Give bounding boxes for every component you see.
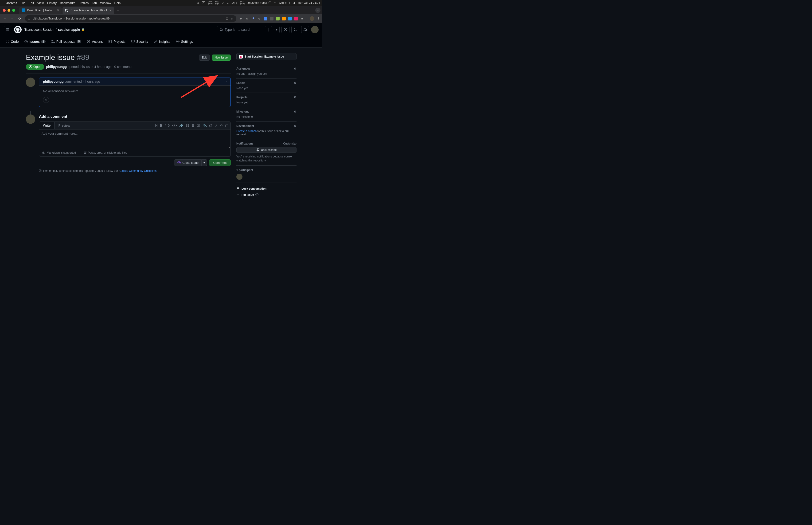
link-icon[interactable]: 🔗 bbox=[179, 124, 183, 127]
repo-link[interactable]: session-apple bbox=[58, 28, 80, 31]
menu-bookmarks[interactable]: Bookmarks bbox=[60, 1, 75, 5]
bookmark-star-icon[interactable]: ☆ bbox=[231, 17, 233, 20]
current-user-avatar[interactable] bbox=[26, 115, 35, 124]
comment-author[interactable]: philipyoungg bbox=[43, 80, 64, 84]
ext-4-icon[interactable]: ◎ bbox=[258, 17, 261, 20]
menu-tab[interactable]: Tab bbox=[92, 1, 97, 5]
ext-2-icon[interactable]: ⊡ bbox=[245, 17, 249, 20]
comment-author-avatar[interactable] bbox=[26, 77, 35, 87]
github-search[interactable]: Type / to search bbox=[217, 26, 266, 33]
address-bar[interactable]: ⊙ github.com/Translucent-Session/session… bbox=[25, 15, 236, 22]
nav-projects[interactable]: Projects bbox=[106, 36, 127, 47]
gear-icon[interactable]: ⚙ bbox=[294, 96, 296, 99]
nav-menu-button[interactable]: ☰ bbox=[4, 26, 11, 33]
ext-9-icon[interactable] bbox=[288, 17, 292, 20]
gear-icon[interactable]: ⚙ bbox=[294, 67, 296, 70]
code-icon[interactable]: </> bbox=[172, 124, 177, 127]
participant-avatar[interactable] bbox=[236, 174, 243, 180]
nav-settings[interactable]: Settings bbox=[174, 36, 195, 47]
triangle-icon[interactable]: △ bbox=[222, 1, 224, 4]
screen-icon[interactable]: ⏚ bbox=[227, 1, 229, 4]
gear-icon[interactable]: ⚙ bbox=[294, 81, 296, 85]
ext-3-icon[interactable]: ✱ bbox=[251, 17, 255, 20]
author-link[interactable]: philipyoungg bbox=[46, 65, 67, 69]
battery-status[interactable]: 22% bbox=[279, 1, 290, 4]
comment-button[interactable]: Comment bbox=[209, 159, 231, 166]
owner-link[interactable]: Translucent-Session bbox=[25, 28, 54, 31]
user-avatar[interactable] bbox=[311, 26, 319, 33]
add-reaction-button[interactable]: ☺ bbox=[43, 97, 49, 103]
tab-write[interactable]: Write bbox=[39, 122, 55, 129]
focus-status[interactable]: 5h 39min Focus bbox=[247, 1, 271, 4]
customize-link[interactable]: Customize bbox=[283, 142, 296, 145]
active-app[interactable]: Chrome bbox=[6, 1, 17, 5]
datetime[interactable]: Mon Oct 21 21:24 bbox=[298, 1, 320, 4]
mention-icon[interactable]: @ bbox=[209, 124, 212, 127]
quote-icon[interactable]: ⟫ bbox=[168, 124, 170, 127]
chrome-profile-avatar[interactable] bbox=[310, 16, 315, 21]
reply-icon[interactable]: ↶ bbox=[220, 124, 223, 127]
gear-icon[interactable]: ⚙ bbox=[294, 124, 296, 127]
nav-actions[interactable]: Actions bbox=[85, 36, 105, 47]
comment-textarea[interactable] bbox=[39, 130, 230, 148]
grid-icon[interactable]: ⊞ bbox=[197, 1, 199, 4]
new-issue-button[interactable]: New issue bbox=[212, 55, 231, 61]
issues-header-button[interactable] bbox=[281, 26, 289, 33]
tab-preview[interactable]: Preview bbox=[55, 122, 74, 129]
close-tab-icon[interactable]: ✕ bbox=[109, 9, 112, 12]
maximize-window-icon[interactable] bbox=[12, 9, 15, 12]
ol-list-icon[interactable]: ☷ bbox=[186, 124, 189, 127]
control-center-icon[interactable]: ⊟ bbox=[292, 1, 295, 4]
menu-profiles[interactable]: Profiles bbox=[78, 1, 89, 5]
ext-6-icon[interactable] bbox=[270, 17, 274, 20]
pr-menu-icon[interactable]: ⎇ 3 bbox=[231, 1, 237, 4]
menu-edit[interactable]: Edit bbox=[29, 1, 34, 5]
attach-icon[interactable]: 📎 bbox=[203, 124, 207, 127]
keyboard-icon[interactable]: A bbox=[202, 1, 205, 4]
reload-button[interactable]: ⟳ bbox=[17, 17, 22, 20]
comment-menu-icon[interactable]: ⋯ bbox=[224, 80, 227, 84]
github-logo-icon[interactable] bbox=[14, 26, 21, 33]
install-app-icon[interactable]: ⊡ bbox=[226, 17, 228, 20]
task-list-icon[interactable]: ☑ bbox=[197, 124, 200, 127]
info-icon[interactable]: i bbox=[256, 193, 258, 196]
comment-time[interactable]: 4 hours ago bbox=[83, 80, 100, 84]
menu-window[interactable]: Window bbox=[100, 1, 111, 5]
tab-github-issue[interactable]: Example issue · Issue #89 · T ✕ bbox=[62, 6, 114, 14]
window-controls[interactable] bbox=[3, 9, 15, 12]
ul-list-icon[interactable]: ☰ bbox=[191, 124, 195, 127]
menu-file[interactable]: File bbox=[20, 1, 25, 5]
menu-history[interactable]: History bbox=[47, 1, 56, 5]
tab-trello[interactable]: Basic Board | Trello ✕ bbox=[19, 6, 62, 14]
heading-icon[interactable]: H bbox=[155, 124, 157, 127]
create-new-button[interactable]: +▾ bbox=[271, 26, 280, 33]
nav-security[interactable]: Security bbox=[129, 36, 150, 47]
bold-icon[interactable]: B bbox=[160, 124, 162, 127]
slash-command-icon[interactable]: ▢ bbox=[225, 124, 228, 127]
tab-overview-button[interactable]: ⌄ bbox=[315, 8, 321, 13]
close-window-icon[interactable] bbox=[3, 9, 6, 12]
inbox-button[interactable] bbox=[301, 26, 309, 33]
close-issue-button[interactable]: Close issue bbox=[174, 159, 202, 166]
site-settings-icon[interactable]: ⊙ bbox=[28, 17, 30, 20]
forward-button[interactable]: → bbox=[10, 17, 15, 20]
nav-insights[interactable]: Insights bbox=[152, 36, 172, 47]
ext-10-icon[interactable] bbox=[294, 17, 298, 20]
menu-help[interactable]: Help bbox=[114, 1, 121, 5]
attach-files[interactable]: 🖼Paste, drop, or click to add files bbox=[83, 151, 127, 154]
close-issue-dropdown[interactable]: ▾ bbox=[202, 159, 207, 166]
assign-yourself-link[interactable]: assign yourself bbox=[248, 72, 267, 75]
guidelines-link[interactable]: GitHub Community Guidelines bbox=[119, 169, 157, 172]
markdown-supported[interactable]: M↓Markdown is supported bbox=[42, 151, 76, 154]
nav-issues[interactable]: Issues1 bbox=[22, 36, 47, 47]
close-tab-icon[interactable]: ✕ bbox=[57, 9, 59, 12]
pin-issue-button[interactable]: Pin issue i bbox=[236, 192, 296, 198]
ext-1-icon[interactable]: fx bbox=[239, 17, 243, 20]
ext-8-icon[interactable] bbox=[282, 17, 286, 20]
pull-requests-header-button[interactable] bbox=[291, 26, 299, 33]
minimize-window-icon[interactable] bbox=[7, 9, 10, 12]
wifi-icon[interactable]: ⌔ bbox=[274, 1, 276, 4]
extensions-puzzle-icon[interactable]: ⊞ bbox=[300, 17, 304, 20]
gear-icon[interactable]: ⚙ bbox=[294, 110, 296, 113]
menu-view[interactable]: View bbox=[37, 1, 44, 5]
